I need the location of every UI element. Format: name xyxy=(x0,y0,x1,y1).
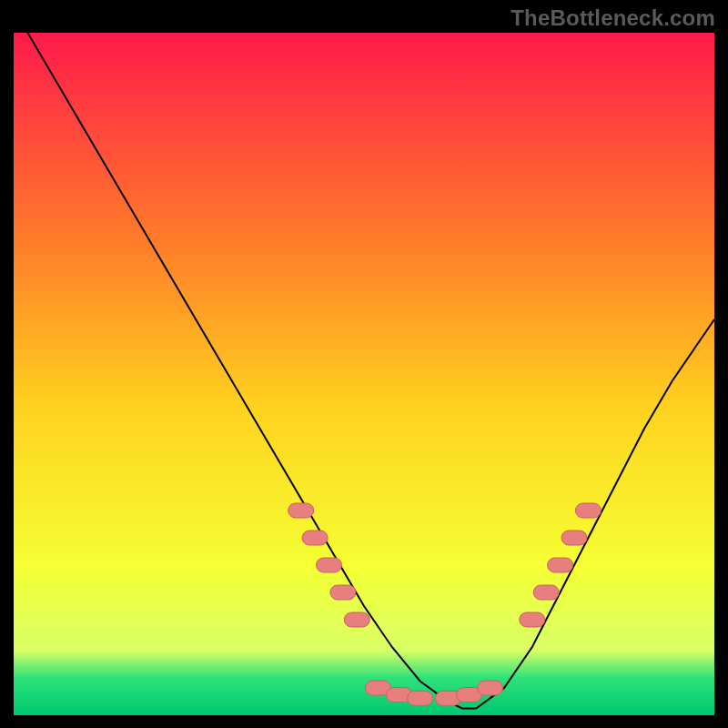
curve-marker xyxy=(344,612,369,627)
curve-marker xyxy=(478,681,503,695)
chart-frame: { "watermark": "TheBottleneck.com", "col… xyxy=(0,0,728,728)
plot-area xyxy=(14,33,714,715)
curve-marker xyxy=(317,558,342,572)
curve-marker xyxy=(575,503,601,518)
curve-marker xyxy=(548,558,573,572)
curve-marker xyxy=(302,531,328,545)
curve-marker xyxy=(520,612,545,627)
curve-marker xyxy=(561,531,587,545)
curve-marker xyxy=(330,585,356,600)
curve-marker xyxy=(533,585,559,600)
curve-marker xyxy=(288,503,314,518)
watermark-label: TheBottleneck.com xyxy=(511,5,715,31)
chart-svg xyxy=(14,33,714,715)
curve-marker xyxy=(408,691,433,705)
